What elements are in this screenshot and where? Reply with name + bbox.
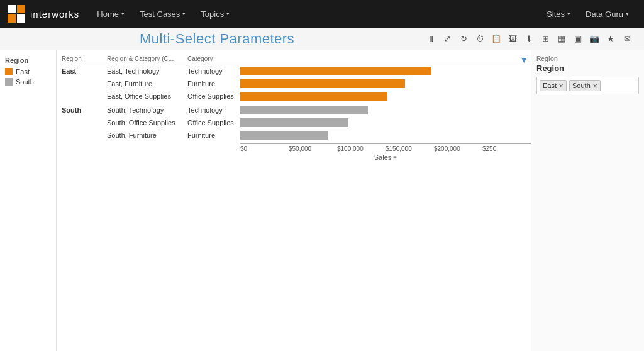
star-icon[interactable]: ★ (604, 32, 618, 46)
page-title-area: Multi-Select Parameters (10, 31, 424, 47)
legend-title: Region (5, 57, 51, 64)
right-panel: Region Region East✕South✕ (531, 50, 644, 351)
region-cat-label: East, Office Supplies (107, 92, 187, 100)
camera-icon[interactable]: 📷 (587, 32, 601, 46)
category-label: Technology (187, 106, 240, 114)
toolbar: Multi-Select Parameters ⏸ ⤢ ↻ ⏱ 📋 🖼 ⬇ ⊞ … (0, 28, 644, 50)
timer-icon[interactable]: ⏱ (473, 32, 487, 46)
x-tick: $150,000 (386, 145, 434, 152)
topics-chevron-icon: ▾ (226, 11, 230, 17)
x-axis-label: Sales ≡ (240, 153, 531, 161)
nav-home[interactable]: Home ▾ (89, 0, 132, 28)
logo[interactable]: interworks (8, 5, 79, 23)
category-label: Office Supplies (187, 119, 240, 126)
document-icon[interactable]: 📋 (489, 32, 503, 46)
block-icon[interactable]: ▣ (571, 32, 585, 46)
expand-icon[interactable]: ⤢ (440, 32, 454, 46)
category-label: Furniture (187, 131, 240, 139)
table-row: South, Office Supplies Office Supplies (62, 117, 531, 128)
region-label: South (62, 106, 107, 114)
nav-test-cases[interactable]: Test Cases ▾ (132, 0, 193, 28)
x-tick: $100,000 (337, 145, 386, 152)
legend-items: East South (5, 68, 51, 86)
table-icon[interactable]: ▦ (555, 32, 569, 46)
mail-icon[interactable]: ✉ (620, 32, 634, 46)
region-cat-label: East, Furniture (107, 80, 187, 87)
bar-cell (240, 65, 531, 77)
nav-topics[interactable]: Topics ▾ (193, 0, 237, 28)
bar-cell (240, 91, 531, 102)
table-row: South South, Technology Technology (62, 104, 531, 116)
bar-cell (240, 130, 531, 141)
svg-rect-3 (17, 14, 25, 23)
bar-cell (240, 104, 531, 116)
image-icon[interactable]: 🖼 (506, 32, 519, 46)
sites-chevron-icon: ▾ (567, 11, 570, 17)
logo-icon (8, 5, 25, 23)
category-label: Technology (187, 67, 240, 75)
legend-item[interactable]: South (5, 78, 51, 86)
region-cat-label: East, Technology (107, 67, 187, 75)
bar (240, 118, 348, 127)
header-category: Category (187, 55, 240, 62)
chart-header: Region Region & Category (C... Category … (62, 55, 531, 64)
data-guru-chevron-icon: ▾ (626, 11, 629, 17)
x-tick: $50,000 (289, 145, 337, 152)
refresh-icon[interactable]: ↻ (457, 32, 470, 46)
bar (240, 67, 431, 75)
navbar: interworks Home ▾ Test Cases ▾ Topics ▾ … (0, 0, 644, 28)
table-row: East, Office Supplies Office Supplies (62, 91, 531, 102)
category-label: Furniture (187, 80, 240, 87)
grid-icon[interactable]: ⊞ (538, 32, 552, 46)
pause-icon[interactable]: ⏸ (424, 32, 438, 46)
filter-tags: East✕South✕ (536, 77, 639, 94)
x-tick: $0 (240, 145, 289, 152)
filter-tag-remove[interactable]: ✕ (592, 82, 597, 89)
region-label: East (62, 67, 107, 75)
category-label: Office Supplies (187, 92, 240, 100)
svg-rect-1 (17, 5, 25, 13)
filter-icon[interactable]: ▼ (519, 55, 528, 65)
svg-rect-2 (8, 14, 16, 23)
region-cat-label: South, Furniture (107, 131, 187, 139)
filter-tag-label: South (572, 82, 591, 89)
legend-item[interactable]: East (5, 68, 51, 75)
legend-label: South (16, 78, 34, 86)
bar (240, 79, 405, 88)
test-cases-chevron-icon: ▾ (182, 11, 186, 17)
svg-rect-0 (8, 5, 16, 13)
bar-cell (240, 117, 531, 128)
table-row: East East, Technology Technology (62, 65, 531, 77)
page-title: Multi-Select Parameters (140, 31, 294, 47)
home-chevron-icon: ▾ (121, 11, 125, 17)
chart-rows: East East, Technology Technology East, F… (62, 65, 531, 141)
panel-section-title: Region (536, 55, 639, 62)
table-row: East, Furniture Furniture (62, 78, 531, 89)
legend-panel: Region East South (0, 50, 57, 351)
toolbar-icons: ⏸ ⤢ ↻ ⏱ 📋 🖼 ⬇ ⊞ ▦ ▣ 📷 ★ ✉ (424, 32, 634, 46)
bar (240, 106, 368, 114)
filter-tag[interactable]: East✕ (540, 80, 567, 91)
bar-cell (240, 78, 531, 89)
bar (240, 131, 328, 140)
filter-tag-remove[interactable]: ✕ (558, 82, 564, 89)
region-cat-label: South, Office Supplies (107, 119, 187, 126)
legend-swatch (5, 78, 13, 86)
header-region: Region (62, 55, 107, 62)
filter-tag-label: East (543, 82, 557, 89)
x-axis: $0$50,000$100,000$150,000$200,000$250, (240, 143, 531, 152)
filter-tag[interactable]: South✕ (569, 80, 601, 91)
panel-filter-title: Region (536, 64, 639, 73)
header-region-cat: Region & Category (C... (107, 55, 187, 62)
nav-data-guru[interactable]: Data Guru ▾ (578, 0, 636, 28)
header-bar: ▼ (240, 55, 531, 62)
nav-right: Sites ▾ Data Guru ▾ (539, 0, 636, 28)
legend-swatch (5, 68, 13, 75)
chart-group: East East, Technology Technology East, F… (62, 65, 531, 102)
nav-sites[interactable]: Sites ▾ (539, 0, 578, 28)
download-icon[interactable]: ⬇ (522, 32, 536, 46)
x-tick: $200,000 (434, 145, 482, 152)
bar (240, 92, 387, 101)
legend-label: East (16, 68, 30, 75)
main-content: Region East South Region Region & Catego… (0, 50, 644, 351)
